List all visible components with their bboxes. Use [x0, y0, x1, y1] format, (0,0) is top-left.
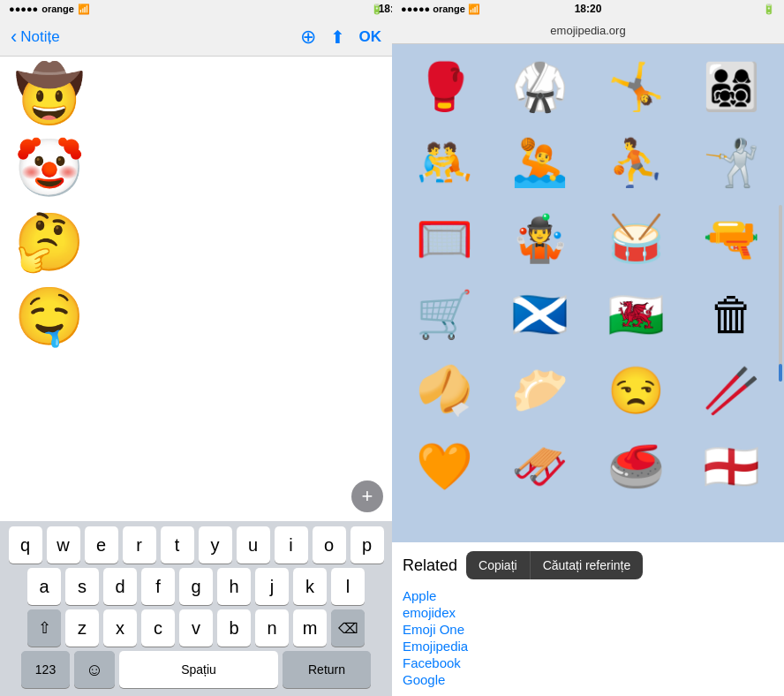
key-z[interactable]: z	[65, 609, 99, 647]
emoji-row-2: 🤡	[14, 140, 378, 196]
emoji-wastebasket[interactable]: 🗑	[687, 279, 778, 350]
share-icon[interactable]: ⬆	[330, 26, 345, 48]
link-emoji-one[interactable]: Emoji One	[403, 622, 773, 637]
emoji-boxing-glove[interactable]: 🥊	[399, 51, 490, 122]
contact-icon[interactable]: ⊕	[300, 26, 316, 49]
emoji-family[interactable]: 👨‍👩‍👧‍👦	[687, 51, 778, 122]
space-key[interactable]: Spațiu	[119, 651, 278, 688]
key-e[interactable]: e	[85, 526, 118, 564]
copy-button[interactable]: Copiați	[466, 551, 531, 579]
right-panel: ●●●●● orange 📶 18:20 🔋 emojipedia.org 🥊 …	[392, 0, 784, 696]
key-w[interactable]: w	[47, 526, 80, 564]
emoji-fortune-cookie[interactable]: 🥠	[399, 355, 490, 426]
link-emojipedia[interactable]: Emojipedia	[403, 639, 773, 654]
emoji-key[interactable]: ☺	[74, 651, 115, 688]
keyboard: q w e r t y u i o p a s d f g h j k l ⇧ …	[0, 521, 392, 696]
emoji-chopsticks[interactable]: 🥢	[687, 355, 778, 426]
key-b[interactable]: b	[217, 609, 251, 647]
emoji-juggling[interactable]: 🤹	[495, 203, 586, 274]
back-arrow-icon: ‹	[11, 27, 17, 47]
emoji-row-3: 🤔	[14, 214, 378, 270]
scrollbar[interactable]	[779, 205, 782, 382]
key-r[interactable]: r	[123, 526, 156, 564]
link-apple[interactable]: Apple	[403, 588, 773, 603]
key-t[interactable]: t	[161, 526, 194, 564]
key-p[interactable]: p	[351, 526, 384, 564]
keyboard-row-2: a s d f g h j k l	[3, 568, 389, 605]
keyboard-row-3: ⇧ z x c v b n m ⌫	[3, 609, 389, 647]
emoji-england-flag[interactable]: 🏴󠁧󠁢󠁥󠁮󠁧󠁿	[687, 431, 778, 502]
url-text: emojipedia.org	[550, 24, 625, 37]
emoji-rifle[interactable]: 🔫	[687, 203, 778, 274]
shift-key[interactable]: ⇧	[27, 609, 61, 647]
delete-key[interactable]: ⌫	[331, 609, 365, 647]
emoji-fencing[interactable]: 🤺	[687, 127, 778, 198]
links-list: Apple emojidex Emoji One Emojipedia Face…	[403, 588, 773, 687]
keyboard-row-4: 123 ☺ Spațiu Return	[3, 651, 389, 688]
key-d[interactable]: d	[103, 568, 137, 605]
search-button[interactable]: Căutați referințe	[531, 551, 644, 579]
emoji-expressionless[interactable]: 😒	[591, 355, 682, 426]
emoji-heart-orange[interactable]: 🧡	[399, 431, 490, 502]
key-x[interactable]: x	[103, 609, 137, 647]
nav-bar-left: ‹ Notițe ⊕ ⬆ OK	[0, 18, 392, 57]
emoji-row-4: 🤤	[14, 288, 378, 344]
carrier-left: ●●●●● orange 📶	[9, 4, 90, 15]
carrier-name-right: orange	[433, 4, 465, 14]
emoji-sled[interactable]: 🛷	[495, 431, 586, 502]
emoji-curling-stone[interactable]: 🥌	[591, 431, 682, 502]
return-key[interactable]: Return	[283, 651, 371, 688]
time-right: 18:20	[575, 3, 602, 15]
keyboard-row-1: q w e r t y u i o p	[3, 526, 389, 564]
emoji-wales-flag[interactable]: 🏴󠁧󠁢󠁷󠁬󠁳󠁿	[591, 279, 682, 350]
emoji-gymnastics[interactable]: 🤸	[591, 51, 682, 122]
dots-icon-right: ●●●●●	[401, 4, 430, 14]
key-q[interactable]: q	[9, 526, 42, 564]
back-button[interactable]: ‹ Notițe	[11, 27, 60, 47]
related-row: Related Copiați Căutați referințe	[403, 551, 773, 579]
scrollbar-thumb	[779, 364, 782, 382]
emoji-goal-net[interactable]: 🥅	[399, 203, 490, 274]
browser-url-bar: emojipedia.org	[392, 18, 784, 44]
key-s[interactable]: s	[65, 568, 99, 605]
status-bar-left: ●●●●● orange 📶 18:19 🔋	[0, 0, 392, 18]
wifi-icon-right: 📶	[468, 4, 480, 15]
key-m[interactable]: m	[293, 609, 327, 647]
key-h[interactable]: h	[217, 568, 251, 605]
emoji-scotland-flag[interactable]: 🏴󠁧󠁢󠁳󠁣󠁴󠁿	[495, 279, 586, 350]
emoji-cowboy: 🤠	[14, 65, 85, 122]
key-k[interactable]: k	[293, 568, 327, 605]
link-facebook[interactable]: Facebook	[403, 655, 773, 670]
emoji-wrestling[interactable]: 🤼	[399, 127, 490, 198]
ok-button[interactable]: OK	[359, 28, 382, 46]
emoji-martial-arts[interactable]: 🥋	[495, 51, 586, 122]
key-g[interactable]: g	[179, 568, 213, 605]
key-j[interactable]: j	[255, 568, 289, 605]
emoji-drum[interactable]: 🥁	[591, 203, 682, 274]
key-o[interactable]: o	[313, 526, 346, 564]
key-i[interactable]: i	[275, 526, 308, 564]
emoji-clown: 🤡	[14, 140, 85, 196]
add-button[interactable]: +	[351, 480, 383, 512]
key-y[interactable]: y	[199, 526, 232, 564]
key-l[interactable]: l	[331, 568, 365, 605]
emoji-dumpling[interactable]: 🥟	[495, 355, 586, 426]
emoji-row-1: 🤠	[14, 65, 378, 122]
key-v[interactable]: v	[179, 609, 213, 647]
link-emojidex[interactable]: emojidex	[403, 605, 773, 620]
notes-content: 🤠 🤡 🤔 🤤 +	[0, 57, 392, 521]
key-c[interactable]: c	[141, 609, 175, 647]
related-label: Related	[403, 556, 457, 575]
key-f[interactable]: f	[141, 568, 175, 605]
key-n[interactable]: n	[255, 609, 289, 647]
link-google[interactable]: Google	[403, 672, 773, 687]
numbers-key[interactable]: 123	[21, 651, 70, 688]
nav-right-buttons: ⊕ ⬆ OK	[300, 26, 382, 49]
emoji-grid-container[interactable]: 🥊 🥋 🤸 👨‍👩‍👧‍👦 🤼 🤽 ⛹ 🤺 🥅 🤹 🥁 🔫 🛒 🏴󠁧󠁢󠁳󠁣󠁴󠁿 …	[392, 44, 784, 542]
emoji-basketball[interactable]: ⛹	[591, 127, 682, 198]
emoji-water-polo[interactable]: 🤽	[495, 127, 586, 198]
emoji-grid: 🥊 🥋 🤸 👨‍👩‍👧‍👦 🤼 🤽 ⛹ 🤺 🥅 🤹 🥁 🔫 🛒 🏴󠁧󠁢󠁳󠁣󠁴󠁿 …	[399, 51, 777, 502]
key-u[interactable]: u	[237, 526, 270, 564]
emoji-shopping-cart[interactable]: 🛒	[399, 279, 490, 350]
key-a[interactable]: a	[27, 568, 61, 605]
